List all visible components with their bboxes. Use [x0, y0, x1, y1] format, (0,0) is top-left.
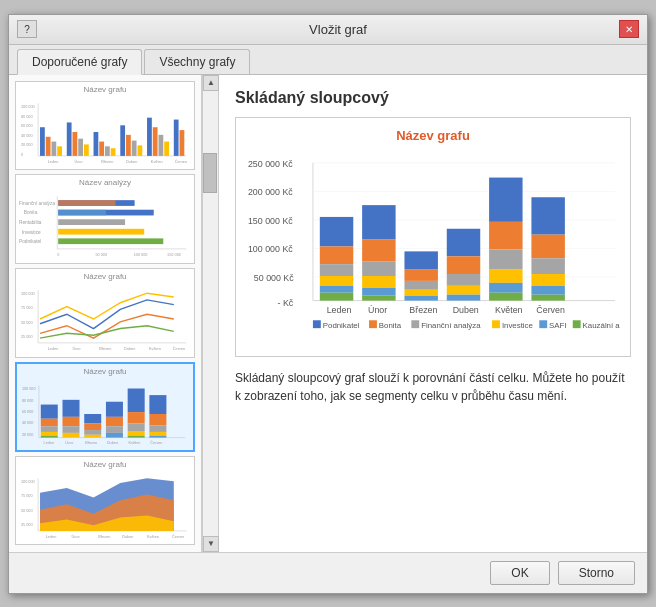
svg-text:Leden: Leden	[44, 441, 54, 445]
tab-all[interactable]: Všechny grafy	[144, 49, 250, 74]
svg-rect-149	[404, 289, 437, 295]
svg-text:Leden: Leden	[327, 305, 352, 315]
svg-text:100 000 Kč: 100 000 Kč	[248, 244, 293, 254]
svg-rect-88	[106, 426, 123, 433]
chart-thumb-4[interactable]: Název grafu 100 000 80 000 60 000 40 000…	[15, 362, 195, 452]
svg-rect-24	[147, 117, 152, 155]
chart-thumb-1[interactable]: Název grafu 100 000 80 000 60 000 40 000…	[15, 81, 195, 171]
svg-text:Únor: Únor	[65, 440, 74, 445]
svg-text:80 000: 80 000	[22, 399, 34, 403]
svg-rect-20	[120, 125, 125, 156]
svg-rect-137	[320, 275, 353, 285]
scroll-down-button[interactable]: ▼	[203, 536, 219, 552]
svg-rect-147	[404, 269, 437, 281]
svg-rect-76	[41, 432, 58, 436]
svg-rect-155	[447, 294, 480, 300]
help-button[interactable]: ?	[17, 20, 37, 38]
svg-text:Únor: Únor	[73, 346, 82, 351]
svg-text:Únor: Únor	[368, 305, 387, 315]
chart-thumb-5[interactable]: Název grafu 100 000 75 000 50 000 25 000	[15, 456, 195, 546]
thumb-5-svg: 100 000 75 000 50 000 25 000 Leden Únor …	[19, 471, 191, 543]
svg-rect-80	[63, 426, 80, 433]
svg-rect-140	[362, 205, 395, 239]
svg-rect-77	[41, 436, 58, 438]
svg-rect-157	[489, 221, 522, 249]
svg-text:Březen: Březen	[85, 441, 97, 445]
thumb-1-svg: 100 000 80 000 60 000 40 000 20 000 0	[19, 96, 191, 168]
svg-text:25 000: 25 000	[21, 523, 33, 527]
svg-text:50 000: 50 000	[95, 253, 107, 257]
svg-rect-93	[128, 431, 145, 436]
svg-text:Květen: Květen	[149, 347, 161, 351]
svg-text:80 000: 80 000	[21, 114, 33, 118]
svg-text:SAFI: SAFI	[549, 321, 566, 330]
svg-text:0: 0	[57, 253, 59, 257]
thumb-5-title: Název grafu	[19, 460, 191, 469]
svg-text:Březen: Březen	[409, 305, 437, 315]
chart-thumb-3[interactable]: Název grafu 100 000 75 000 50 000 25 000	[15, 268, 195, 358]
svg-rect-23	[137, 145, 142, 156]
title-bar: ? Vložit graf ✕	[9, 15, 647, 45]
svg-text:Investice: Investice	[502, 321, 534, 330]
thumb-2-svg: Finanční analýza Bonita Rentabilita Inve…	[19, 189, 191, 261]
svg-text:Leden: Leden	[46, 534, 57, 538]
svg-rect-154	[447, 285, 480, 294]
svg-text:Leden: Leden	[48, 347, 59, 351]
svg-rect-141	[362, 239, 395, 261]
svg-rect-160	[489, 282, 522, 292]
svg-rect-84	[84, 430, 101, 435]
insert-chart-dialog: ? Vložit graf ✕ Doporučené grafy Všechny…	[8, 14, 648, 594]
svg-text:Duben: Duben	[126, 159, 137, 163]
svg-rect-46	[58, 210, 106, 216]
svg-text:Finanční analýza: Finanční analýza	[421, 321, 481, 330]
svg-rect-184	[573, 320, 581, 328]
svg-rect-75	[41, 426, 58, 432]
svg-rect-13	[73, 132, 78, 156]
svg-text:60 000: 60 000	[22, 410, 34, 414]
svg-text:Finanční analýza: Finanční analýza	[19, 201, 55, 206]
cancel-button[interactable]: Storno	[558, 561, 635, 585]
svg-rect-82	[84, 414, 101, 423]
svg-rect-146	[404, 251, 437, 269]
svg-text:- Kč: - Kč	[277, 297, 293, 307]
tab-recommended[interactable]: Doporučené grafy	[17, 49, 142, 75]
svg-rect-156	[489, 177, 522, 221]
svg-text:Březen: Březen	[99, 347, 111, 351]
svg-text:Bonita: Bonita	[24, 211, 38, 216]
close-button[interactable]: ✕	[619, 20, 639, 38]
svg-rect-79	[63, 417, 80, 426]
svg-rect-16	[94, 132, 99, 156]
svg-rect-17	[99, 141, 104, 155]
thumb-2-title: Název analýzy	[19, 178, 191, 187]
svg-rect-138	[320, 285, 353, 292]
main-chart-svg: 250 000 Kč 200 000 Kč 150 000 Kč 100 000…	[246, 149, 620, 339]
scroll-thumb[interactable]	[203, 153, 217, 193]
chart-detail-panel: Skládaný sloupcový Název grafu 250 000 K…	[219, 75, 647, 552]
svg-text:Podnikatel: Podnikatel	[19, 239, 41, 244]
svg-rect-144	[362, 287, 395, 295]
svg-text:Kauzální analýza: Kauzální analýza	[583, 321, 620, 330]
scroll-up-button[interactable]: ▲	[203, 75, 219, 91]
svg-rect-90	[128, 388, 145, 412]
svg-text:Květen: Květen	[147, 534, 159, 538]
svg-rect-47	[58, 220, 125, 226]
svg-rect-150	[404, 295, 437, 300]
chart-thumb-2[interactable]: Název analýzy Finanční analýza Bonita Re…	[15, 174, 195, 264]
svg-text:Květen: Květen	[129, 441, 141, 445]
svg-text:Investice: Investice	[22, 230, 41, 235]
svg-rect-178	[411, 320, 419, 328]
svg-rect-158	[489, 249, 522, 269]
svg-text:Bonita: Bonita	[379, 321, 402, 330]
svg-rect-94	[128, 436, 145, 438]
ok-button[interactable]: OK	[490, 561, 549, 585]
svg-text:Leden: Leden	[48, 159, 59, 163]
svg-rect-92	[128, 423, 145, 431]
svg-text:0: 0	[21, 152, 23, 156]
svg-text:Únor: Únor	[72, 533, 81, 538]
svg-rect-74	[41, 419, 58, 427]
svg-rect-86	[106, 402, 123, 417]
svg-text:Duben: Duben	[124, 347, 135, 351]
svg-text:100 000: 100 000	[21, 105, 35, 109]
svg-text:50 000: 50 000	[21, 321, 33, 325]
svg-rect-143	[362, 275, 395, 287]
